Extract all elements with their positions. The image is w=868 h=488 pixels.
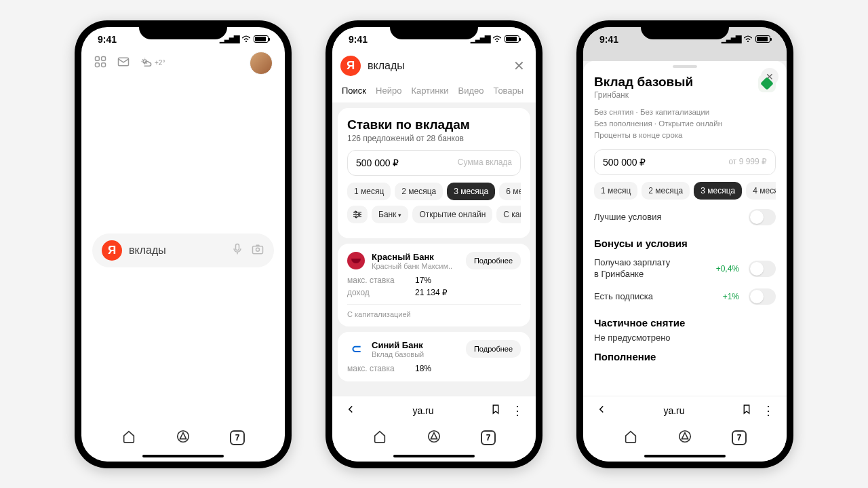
menu-icon[interactable]: ⋮ <box>762 407 774 414</box>
rates-card: Ставки по вкладам 126 предложений от 28 … <box>338 108 530 238</box>
chip-1m[interactable]: 1 месяц <box>347 183 391 200</box>
home-icon[interactable] <box>372 429 387 447</box>
status-time: 9:41 <box>98 34 117 45</box>
svg-point-12 <box>355 211 357 213</box>
bank-card-red[interactable]: Красный Банк Красный банк Максим.. Подро… <box>338 244 530 326</box>
svg-point-14 <box>355 216 357 218</box>
tab-neuro[interactable]: Нейро <box>376 86 401 96</box>
subscription-toggle[interactable] <box>749 288 776 305</box>
alice-icon[interactable] <box>176 429 191 447</box>
battery-icon <box>755 35 770 43</box>
income-value: 21 134 ₽ <box>415 288 448 297</box>
tab-video[interactable]: Видео <box>458 86 484 96</box>
svg-point-9 <box>256 248 260 251</box>
tabs-icon[interactable]: 7 <box>732 430 747 445</box>
amount-hint: Сумма вклада <box>458 157 512 168</box>
rate-value: 18% <box>415 364 431 373</box>
notch <box>139 20 227 39</box>
search-tabs: Поиск Нейро Картинки Видео Товары <box>340 80 528 102</box>
alice-icon[interactable] <box>427 429 441 447</box>
bookmark-icon[interactable] <box>741 403 753 418</box>
avatar[interactable] <box>250 52 273 75</box>
home-icon[interactable] <box>121 429 136 447</box>
search-bar[interactable]: Я вклады ✕ <box>340 52 528 80</box>
bookmark-icon[interactable] <box>490 403 502 418</box>
mic-icon[interactable] <box>231 242 244 259</box>
yandex-logo-icon: Я <box>102 240 122 261</box>
amount-input[interactable]: 500 000 ₽ от 9 999 ₽ <box>594 149 776 175</box>
alice-icon[interactable] <box>677 429 692 447</box>
home-icon[interactable] <box>623 429 638 447</box>
more-button[interactable]: Подробнее <box>466 340 521 358</box>
best-conditions-label: Лучшие условия <box>594 212 743 223</box>
chip-2m[interactable]: 2 месяца <box>642 182 690 200</box>
amount-value: 500 000 ₽ <box>356 157 399 168</box>
salary-toggle[interactable] <box>749 261 776 277</box>
svg-point-0 <box>245 40 247 41</box>
product-title: Вклад базовый <box>594 75 751 90</box>
tab-images[interactable]: Картинки <box>411 86 448 96</box>
chip-3m[interactable]: 3 месяца <box>694 182 742 200</box>
phone-detail-sheet: 9:41 ▁▃▅▇ ✕ Вклад базовый Гринбанк Без с… <box>576 20 793 468</box>
sheet-handle[interactable] <box>673 65 697 68</box>
chip-cap[interactable]: С капитали <box>496 206 521 223</box>
search-bar[interactable]: Я вклады <box>92 233 274 267</box>
home-indicator <box>393 455 475 457</box>
chip-6m[interactable]: 6 месяцев <box>499 183 521 200</box>
back-icon[interactable] <box>595 403 608 418</box>
url-text[interactable]: ya.ru <box>412 405 433 416</box>
chip-online[interactable]: Открытие онлайн <box>412 206 492 223</box>
income-label: доход <box>347 288 415 297</box>
bank-name: Красный Банк <box>372 252 459 262</box>
chip-4m[interactable]: 4 месяца <box>746 182 776 200</box>
weather-widget[interactable]: +2° <box>140 56 165 70</box>
phone-search-results: 9:41 ▁▃▅▇ Я вклады ✕ Поиск Нейро Картинк… <box>326 20 542 468</box>
home-indicator <box>644 455 726 457</box>
home-indicator <box>142 455 224 457</box>
tab-search[interactable]: Поиск <box>342 86 366 96</box>
wifi-icon <box>743 34 753 45</box>
phone-home: 9:41 ▁▃▅▇ +2° <box>75 20 292 468</box>
browser-url-bar: ya.ru ⋮ <box>583 396 787 425</box>
filters-icon[interactable] <box>347 206 368 223</box>
url-text[interactable]: ya.ru <box>663 405 684 416</box>
menu-icon[interactable]: ⋮ <box>511 407 524 414</box>
chip-3m[interactable]: 3 месяца <box>447 183 495 200</box>
best-conditions-toggle[interactable] <box>749 209 776 225</box>
salary-label: Получаю зарплату в Гринбанке <box>594 257 711 280</box>
chip-bank[interactable]: Банк▾ <box>372 206 408 223</box>
wifi-icon <box>241 34 251 45</box>
tabs-icon[interactable]: 7 <box>481 430 496 445</box>
rate-value: 17% <box>415 276 431 285</box>
period-chips: 1 месяц 2 месяца 3 месяца 4 месяца <box>594 182 776 200</box>
battery-icon <box>254 35 269 43</box>
bank-card-blue[interactable]: ⊂ Синий Банк Вклад базовый Подробнее мак… <box>338 332 530 381</box>
camera-icon[interactable] <box>251 242 264 259</box>
weather-temp: +2° <box>155 59 165 67</box>
tabs-icon[interactable]: 7 <box>230 430 245 445</box>
mail-icon[interactable] <box>117 55 130 71</box>
chip-2m[interactable]: 2 месяца <box>395 183 443 200</box>
notch <box>390 20 478 39</box>
card-title: Ставки по вкладам <box>347 117 521 132</box>
clear-icon[interactable]: ✕ <box>511 58 528 74</box>
back-icon[interactable] <box>344 403 357 418</box>
rate-label: макс. ставка <box>347 364 415 373</box>
bank-logo-icon <box>347 252 365 269</box>
bonuses-title: Бонусы и условия <box>594 238 776 249</box>
amount-value: 500 000 ₽ <box>603 157 646 168</box>
more-button[interactable]: Подробнее <box>466 252 521 269</box>
amount-hint: от 9 999 ₽ <box>728 157 767 168</box>
subscription-label: Есть подписка <box>594 291 717 303</box>
withdraw-title: Частичное снятие <box>594 317 776 329</box>
tab-goods[interactable]: Товары <box>493 86 524 96</box>
apps-icon[interactable] <box>94 55 107 71</box>
subscription-pct: +1% <box>723 292 739 301</box>
amount-input[interactable]: 500 000 ₽ Сумма вклада <box>347 150 521 176</box>
status-time: 9:41 <box>349 34 368 45</box>
rate-label: макс. ставка <box>347 276 415 285</box>
status-time: 9:41 <box>599 34 618 45</box>
chip-1m[interactable]: 1 месяц <box>594 182 637 200</box>
topup-title: Пополнение <box>594 351 776 362</box>
svg-rect-7 <box>236 244 239 250</box>
